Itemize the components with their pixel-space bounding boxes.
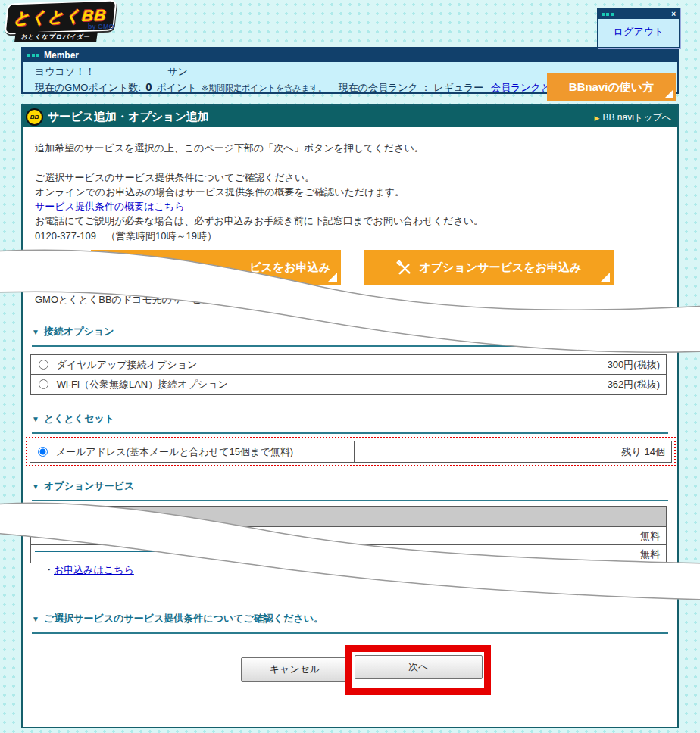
wifi-option-label: Wi-Fi（公衆無線LAN）接続オプション — [57, 379, 228, 390]
points-value: 0 — [145, 80, 152, 93]
wifi-option-price: 362円(税抜) — [352, 375, 666, 395]
section-tokutoku-set: ▼とくとくセット — [32, 412, 668, 434]
phone-number: 0120-377-109 （営業時間10時～19時） — [35, 229, 217, 243]
apply-option-button[interactable]: オプションサービスをお申込み — [364, 250, 614, 285]
terms-summary-link[interactable]: サービス提供条件の概要はこちら — [35, 200, 184, 214]
table-row: 無料 — [31, 527, 667, 545]
bbnavi-top-link-label: BB naviトップへ — [603, 111, 671, 124]
dialup-option-price: 300円(税抜) — [352, 355, 666, 375]
member-panel-header: Member — [23, 48, 677, 62]
section-confirm-label: ご選択サービスのサービス提供条件についてご確認ください。 — [44, 613, 323, 624]
tokutoku-set-table: メールアドレス(基本メールと合わせて15個まで無料) 残り 14個 — [30, 441, 672, 463]
table-row: ダイヤルアップ接続オプション 300円(税抜) — [31, 355, 667, 375]
section-connection-options: ▼接続オプション — [32, 325, 668, 347]
mail-address-label: メールアドレス(基本メールと合わせて15個まで無料) — [56, 446, 293, 457]
selected-row-highlight: メールアドレス(基本メールと合わせて15個まで無料) 残り 14個 — [26, 437, 676, 466]
points-label: 現在のGMOポイント数: — [35, 82, 141, 93]
table-row: Wi-Fi（公衆無線LAN）接続オプション 362円(税抜) — [31, 375, 667, 395]
intro-line-1: 追加希望のサービスを選択の上、このページ下部の「次へ」ボタンを押してください。 — [35, 142, 424, 155]
rank-colon: ： — [421, 82, 431, 93]
option-row-price: 無料 — [352, 527, 666, 545]
connection-options-table: ダイヤルアップ接続オプション 300円(税抜) Wi-Fi（公衆無線LAN）接続… — [30, 354, 667, 395]
section-option-service: ▼オプションサービス — [32, 479, 668, 501]
main-panel: BB サービス追加・オプション追加 ▶ BB naviトップへ 追加希望のサービ… — [21, 104, 679, 728]
section-tokutoku-label: とくとくセット — [44, 413, 114, 424]
bbnavi-help-button[interactable]: BBnaviの使い方 — [547, 73, 676, 101]
mail-address-remaining: 残り 14個 — [354, 441, 671, 463]
apply-service-label: ビスをお申込み — [249, 260, 330, 275]
section-connection-label: 接続オプション — [44, 326, 114, 337]
intro-line-3: オンラインでのお申込みの場合はサービス提供条件の概要をご確認いただけます。 — [35, 186, 405, 199]
hidden-section-underline — [35, 551, 173, 552]
member-dots-icon — [27, 54, 39, 57]
page-title-bar: BB サービス追加・オプション追加 ▶ BB naviトップへ — [23, 106, 677, 127]
rank-value: レギュラー — [433, 82, 483, 93]
bbnavi-top-link[interactable]: ▶ BB naviトップへ — [595, 111, 671, 124]
option-table-header — [31, 507, 667, 527]
points-unit: ポイント — [157, 82, 197, 93]
section-option-label: オプションサービス — [44, 480, 134, 491]
bbnavi-help-label: BBnaviの使い方 — [569, 80, 654, 95]
bb-badge-icon: BB — [26, 108, 43, 126]
corner-triangle-icon — [664, 90, 673, 98]
cancel-button[interactable]: キャンセル — [241, 657, 348, 682]
welcome-suffix: サン — [167, 66, 188, 77]
option-row-price: 無料 — [352, 545, 666, 563]
welcome-text: ヨウコソ！！ — [35, 66, 95, 77]
apply-here-row: ・お申込みはこちら — [44, 563, 134, 577]
member-header-label: Member — [44, 50, 79, 61]
close-icon[interactable]: × — [671, 11, 676, 18]
next-button[interactable]: 次へ — [355, 655, 483, 679]
points-note: ※期間限定ポイントを含みます。 — [202, 83, 327, 92]
table-row: 無料 — [31, 545, 667, 563]
corner-triangle-icon — [601, 273, 610, 282]
bullet: ・ — [44, 564, 54, 575]
partial-line-2: GMOとくとくBBのドコモ光のサービスへ — [35, 293, 222, 307]
arrow-right-icon: ▶ — [595, 114, 600, 122]
partial-line-1: ・ドコモ光をお申込み — [45, 280, 145, 294]
logout-link[interactable]: ログアウト — [614, 25, 664, 39]
dialup-option-label: ダイヤルアップ接続オプション — [57, 359, 198, 370]
table-row: メールアドレス(基本メールと合わせて15個まで無料) 残り 14個 — [30, 441, 672, 463]
mail-address-radio[interactable] — [38, 447, 48, 457]
member-panel: Member ヨウコソ！！サン 現在のGMOポイント数:0ポイント※期間限定ポイ… — [21, 47, 679, 94]
triangle-down-icon: ▼ — [32, 328, 39, 336]
option-service-table: 無料 無料 — [30, 506, 667, 563]
gmo-logo-text: by GMO — [88, 23, 114, 30]
wifi-option-radio[interactable] — [39, 379, 48, 389]
apply-here-link[interactable]: お申込みはこちら — [54, 564, 134, 575]
intro-line-4: お電話にてご説明が必要な場合は、必ずお申込みお手続き前に下記窓口までお問い合わせ… — [35, 214, 483, 228]
section-confirm-terms: ▼ご選択サービスのサービス提供条件についてご確認ください。 — [32, 612, 668, 634]
logout-popup: × ログアウト — [597, 8, 680, 48]
corner-triangle-icon — [328, 273, 337, 282]
triangle-down-icon: ▼ — [32, 482, 39, 491]
site-logo[interactable]: とくとくBB by GMO おとくなプロバイダー — [6, 2, 135, 41]
triangle-down-icon: ▼ — [32, 615, 39, 623]
next-button-highlight: 次へ — [345, 645, 491, 695]
logout-popup-titlebar: × — [598, 9, 679, 19]
tools-icon — [396, 260, 412, 276]
rank-label: 現在の会員ランク — [339, 82, 418, 93]
intro-line-2: ご選択サービスのサービス提供条件についてご確認ください。 — [35, 171, 314, 185]
triangle-down-icon: ▼ — [32, 415, 39, 423]
window-dots-icon — [602, 13, 614, 16]
site-logo-tagline: おとくなプロバイダー — [14, 32, 98, 42]
dialup-option-radio[interactable] — [39, 360, 48, 370]
page-title: サービス追加・オプション追加 — [48, 110, 209, 124]
apply-option-label: オプションサービスをお申込み — [420, 260, 582, 275]
